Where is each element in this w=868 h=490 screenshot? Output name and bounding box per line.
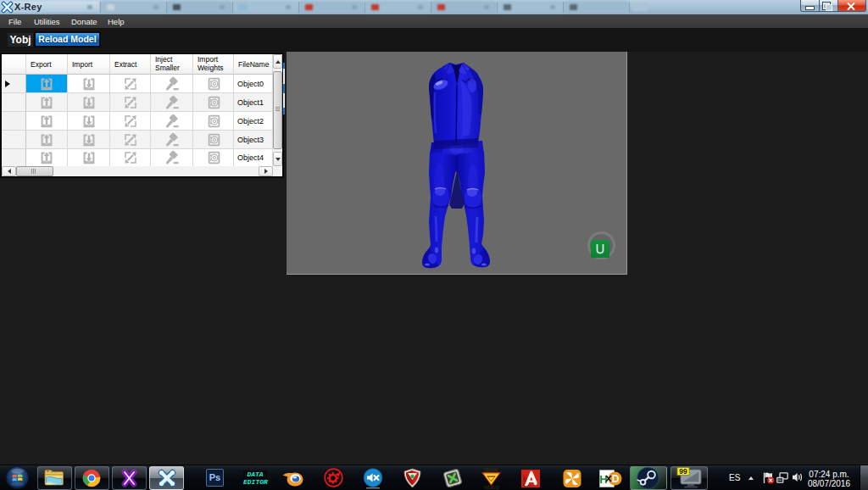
svg-text:BINK: BINK: [484, 467, 498, 473]
svg-text:VIDEO: VIDEO: [483, 485, 499, 490]
svg-text:99: 99: [679, 467, 687, 476]
svg-text:D: D: [612, 473, 620, 485]
svg-text:H: H: [599, 473, 607, 486]
